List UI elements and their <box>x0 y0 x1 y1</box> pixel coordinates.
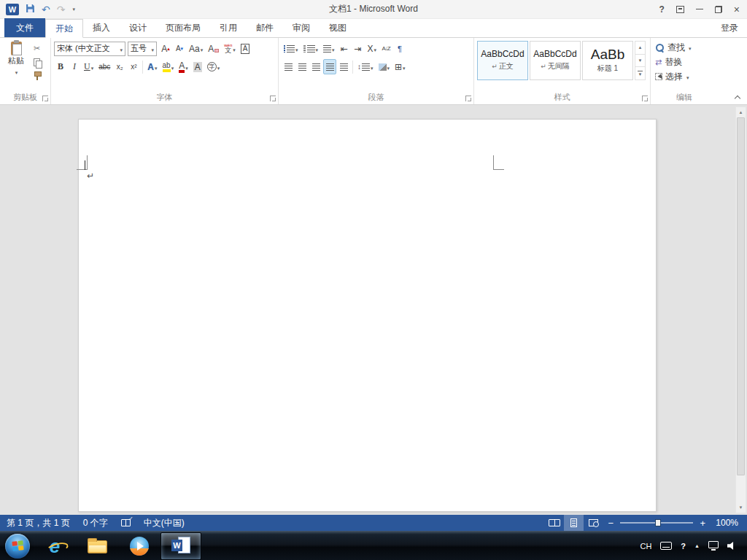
show-hidden-icons-button[interactable]: ▲ <box>694 543 700 548</box>
print-layout-button[interactable] <box>564 515 584 531</box>
zoom-slider-thumb[interactable] <box>655 519 661 526</box>
font-size-select[interactable]: 五号 <box>128 42 157 56</box>
zoom-slider[interactable] <box>620 522 693 524</box>
text-effects-button[interactable]: A <box>145 59 159 74</box>
character-border-button[interactable]: A <box>239 41 252 56</box>
volume-icon[interactable] <box>727 542 737 551</box>
styles-scroll-down-button[interactable]: ▼ <box>635 55 645 68</box>
styles-gallery-more-button[interactable]: ▼ <box>635 67 645 79</box>
keyboard-icon[interactable] <box>660 542 672 550</box>
align-center-button[interactable] <box>295 59 309 74</box>
zoom-level[interactable]: 100% <box>710 518 747 528</box>
tab-review[interactable]: 审阅 <box>283 18 320 37</box>
language-bar[interactable]: CH <box>640 542 651 551</box>
asian-layout-button[interactable]: X <box>365 41 379 56</box>
show-hide-marks-button[interactable]: ¶ <box>393 41 406 56</box>
display-tray-icon[interactable] <box>708 541 719 548</box>
select-button[interactable]: 选择 <box>654 69 715 84</box>
style-heading-1[interactable]: AaBb 标题 1 <box>582 41 633 80</box>
web-layout-button[interactable] <box>584 515 603 531</box>
scrollbar-thumb[interactable] <box>737 117 745 475</box>
help-button[interactable]: ? <box>659 4 664 15</box>
find-button[interactable]: 查找 <box>654 40 715 55</box>
font-name-select[interactable]: 宋体 (中文正文 <box>54 42 125 56</box>
undo-button[interactable]: ↶ <box>42 4 50 15</box>
multilevel-list-button[interactable] <box>321 41 337 56</box>
clipboard-dialog-launcher[interactable] <box>42 96 48 101</box>
font-color-button[interactable]: A <box>177 59 190 74</box>
page-indicator[interactable]: 第 1 页，共 1 页 <box>0 515 77 531</box>
font-dialog-launcher[interactable] <box>270 96 276 101</box>
zoom-in-button[interactable]: + <box>695 518 710 529</box>
paste-button[interactable]: 粘贴 <box>3 40 29 82</box>
read-mode-button[interactable] <box>544 515 564 531</box>
phonetic-guide-button[interactable]: wén 文 <box>222 41 238 56</box>
collapse-ribbon-button[interactable] <box>734 94 741 100</box>
character-shading-button[interactable]: A <box>191 59 204 74</box>
change-case-button[interactable]: Aa <box>187 41 205 56</box>
italic-button[interactable]: I <box>68 59 81 74</box>
sort-button[interactable]: A↓Z <box>379 41 392 56</box>
word-count[interactable]: 0 个字 <box>77 515 115 531</box>
zoom-out-button[interactable]: − <box>603 518 618 529</box>
underline-button[interactable]: U <box>82 59 96 74</box>
align-left-button[interactable] <box>282 59 295 74</box>
scroll-up-button[interactable]: ▲ <box>736 107 746 117</box>
strikethrough-button[interactable]: abc <box>96 59 112 74</box>
tab-home[interactable]: 开始 <box>45 19 83 38</box>
word-app-icon[interactable]: W <box>6 4 19 15</box>
start-button[interactable] <box>1 532 34 560</box>
document-page[interactable] <box>78 119 657 512</box>
taskbar-word-button[interactable]: W <box>160 532 201 560</box>
styles-scroll-up-button[interactable]: ▲ <box>635 42 645 55</box>
minimize-button[interactable] <box>696 9 703 9</box>
styles-dialog-launcher[interactable] <box>642 96 648 101</box>
style-no-spacing[interactable]: AaBbCcDd ↵无间隔 <box>530 41 581 80</box>
enclose-characters-button[interactable]: 字 <box>205 59 222 74</box>
justify-button[interactable] <box>323 59 336 74</box>
tab-mailings[interactable]: 邮件 <box>247 18 283 37</box>
ribbon-display-options-button[interactable] <box>676 6 684 13</box>
line-spacing-button[interactable]: ↕ <box>355 59 376 74</box>
restore-button[interactable] <box>715 6 722 13</box>
numbering-button[interactable] <box>301 41 321 56</box>
tab-references[interactable]: 引用 <box>210 18 247 37</box>
close-button[interactable]: × <box>734 4 740 15</box>
scrollbar-track[interactable] <box>736 117 746 502</box>
format-painter-button[interactable] <box>34 71 42 82</box>
proofing-status[interactable] <box>115 515 137 531</box>
decrease-indent-button[interactable]: ⇤ <box>338 41 351 56</box>
grow-font-button[interactable]: A <box>159 41 172 56</box>
shrink-font-button[interactable]: A <box>173 41 186 56</box>
subscript-button[interactable]: x₂ <box>113 59 126 74</box>
superscript-button[interactable]: x² <box>127 59 140 74</box>
ime-help-icon[interactable]: ? <box>681 542 686 551</box>
taskbar-internet-explorer-button[interactable]: e <box>34 532 76 560</box>
bold-button[interactable]: B <box>54 59 67 74</box>
tab-view[interactable]: 视图 <box>320 18 356 37</box>
tab-design[interactable]: 设计 <box>120 18 156 37</box>
shading-button[interactable] <box>376 59 392 74</box>
language-indicator[interactable]: 中文(中国) <box>137 515 191 531</box>
copy-button[interactable] <box>34 57 42 68</box>
taskbar-explorer-button[interactable] <box>76 532 118 560</box>
tab-file[interactable]: 文件 <box>4 18 45 37</box>
style-normal[interactable]: AaBbCcDd ↵正文 <box>477 41 528 80</box>
borders-button[interactable]: ⊞ <box>392 59 408 74</box>
vertical-scrollbar[interactable]: ▲ ▼ <box>735 106 746 513</box>
paragraph-dialog-launcher[interactable] <box>465 96 471 101</box>
replace-button[interactable]: ⇄ 替换 <box>654 55 715 69</box>
redo-button[interactable]: ↷ <box>57 4 66 15</box>
taskbar-media-player-button[interactable] <box>118 532 160 560</box>
scroll-down-button[interactable]: ▼ <box>736 502 746 513</box>
increase-indent-button[interactable]: ⇥ <box>352 41 365 56</box>
align-right-button[interactable] <box>309 59 322 74</box>
cut-button[interactable]: ✂ <box>34 43 42 54</box>
tab-page-layout[interactable]: 页面布局 <box>156 18 210 37</box>
clear-formatting-button[interactable]: A <box>206 41 221 56</box>
bullets-button[interactable] <box>282 41 301 56</box>
highlight-button[interactable]: ab <box>160 59 177 74</box>
sign-in-link[interactable]: 登录 <box>712 22 747 34</box>
tab-insert[interactable]: 插入 <box>83 18 120 37</box>
customize-qat-button[interactable] <box>71 6 75 12</box>
